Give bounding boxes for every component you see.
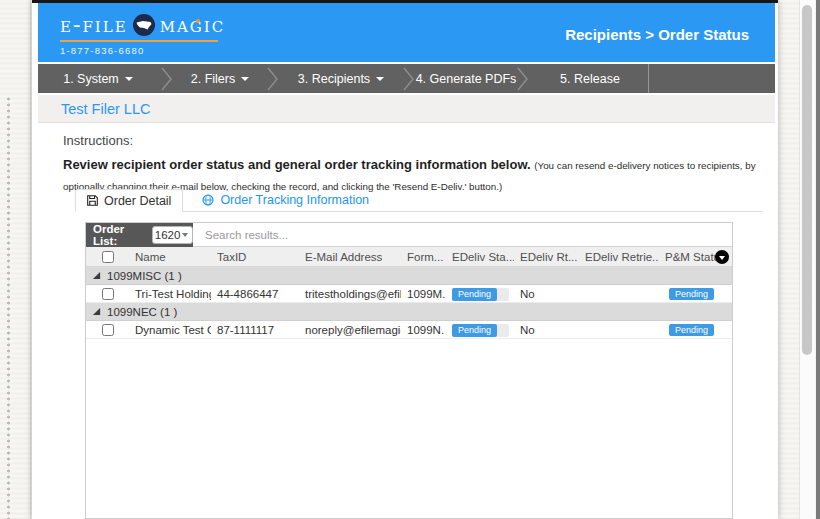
cell-edeliv-rt: No [514,321,579,339]
table-row[interactable]: Dynamic Test Co... 87-1111117 noreply@ef… [86,321,732,339]
nav-separator [514,64,532,93]
order-list-label: Order List: [93,223,146,247]
window-right-edge [816,0,820,519]
brand-orange-dot [196,19,200,23]
order-status-grid: Order List: 1620 Name TaxID E-Mail Addre… [85,222,733,519]
left-edge-divider [30,0,31,519]
cell-taxid: 87-1111117 [211,321,299,339]
cell-form: 1099M. [401,285,446,303]
header-checkbox-cell [86,247,129,267]
status-track: Pending [452,324,509,337]
search-input[interactable] [205,223,485,247]
caret-down-icon [125,77,133,81]
nav-item-label: 1. System [63,72,119,86]
nav-item-label: 2. Filers [191,72,235,86]
instructions-bold: Review recipient order status and genera… [63,157,531,172]
app-header: E-File Magic 1-877-836-6680 Recipients >… [38,3,775,62]
scrollbar-thumb[interactable] [802,5,812,355]
save-icon [87,195,98,206]
nav-separator [158,64,176,93]
tabstrip: Order Detail Order Tracking Information [75,189,763,212]
nav-item-release[interactable]: 5. Release [532,64,648,93]
caret-down-icon [241,77,249,81]
order-list-block: Order List: 1620 [86,223,193,247]
instructions-label: Instructions: [63,133,763,148]
usa-map-icon [132,13,156,37]
column-header-taxid[interactable]: TaxID [211,247,299,267]
chevron-right-icon [160,65,174,93]
tab-order-detail[interactable]: Order Detail [75,189,183,212]
group-label: 1099NEC (1 ) [107,306,177,318]
cell-edeliv-rt: No [514,285,579,303]
status-badge: Pending [669,288,714,300]
notebook-spiral-texture [3,96,17,519]
status-badge: Pending [452,324,497,337]
globe-icon [202,194,214,206]
tab-label: Order Detail [104,194,171,208]
tab-order-tracking[interactable]: Order Tracking Information [191,188,380,211]
column-header-edeliv-retries[interactable]: EDeliv Retrie... [579,247,659,267]
filer-name: Test Filer LLC [61,101,150,117]
column-header-label: EDeliv Sta... [452,251,514,263]
cell-pm-status: Pending [659,285,732,303]
cell-edeliv-status: Pending [446,285,514,303]
group-row-1099misc[interactable]: 1099MISC (1 ) [86,267,732,285]
brand-text-magic: Magic [160,12,226,38]
page: E-File Magic 1-877-836-6680 Recipients >… [32,0,778,519]
brand-underline [60,40,218,42]
column-menu-icon[interactable] [715,250,729,264]
row-checkbox[interactable] [102,288,114,300]
status-track: Pending [452,288,509,301]
cell-email: tritestholdings@efile. [299,285,401,303]
column-header-name[interactable]: Name [129,247,211,267]
cell-name: Dynamic Test Co... [129,321,211,339]
caret-down-icon [376,77,384,81]
table-row[interactable]: Tri-Test Holdings . 44-4866447 tritestho… [86,285,732,303]
nav-item-generate-pdfs[interactable]: 4. Generate PDFs [418,64,514,93]
column-header-label: EDeliv Retrie... [585,251,659,263]
chevron-down-icon [182,233,188,237]
group-expand-icon[interactable] [92,307,101,316]
select-all-checkbox[interactable] [102,251,114,263]
grid-empty-area [86,339,732,518]
phone-number: 1-877-836-6680 [60,45,225,56]
column-header-edeliv-status[interactable]: EDeliv Sta... [446,247,514,267]
cell-edeliv-retries [579,321,659,339]
nav-item-system[interactable]: 1. System [38,64,158,93]
tab-label: Order Tracking Information [220,193,369,207]
nav-item-recipients[interactable]: 3. Recipients [282,64,400,93]
chevron-right-icon [516,65,530,93]
instructions-block: Instructions: Review recipient order sta… [63,133,763,197]
order-list-value: 1620 [153,229,182,241]
cell-pm-status: Pending [659,321,732,339]
nav-item-label: 5. Release [560,72,620,86]
column-header-form[interactable]: Form... [401,247,446,267]
chevron-right-icon [266,65,280,93]
nav-separator [264,64,282,93]
order-list-select[interactable]: 1620 [152,226,193,244]
grid-toolbar: Order List: 1620 [86,223,732,247]
column-header-label: TaxID [217,251,246,263]
column-header-edeliv-rt[interactable]: EDeliv Rt... [514,247,579,267]
cell-name: Tri-Test Holdings . [129,285,211,303]
status-badge: Pending [669,324,714,336]
nav-item-label: 3. Recipients [298,72,370,86]
row-checkbox[interactable] [102,324,114,336]
cell-taxid: 44-4866447 [211,285,299,303]
brand-text-efile: E-File [60,12,128,38]
step-navigation: 1. System 2. Filers 3. Recipients [38,64,775,93]
column-header-label: Form... [407,251,443,263]
group-expand-icon[interactable] [92,271,101,280]
grid-header-row: Name TaxID E-Mail Address Form... EDeliv… [86,247,732,267]
cell-form: 1099N. [401,321,446,339]
brand-logo[interactable]: E-File Magic 1-877-836-6680 [60,12,225,56]
group-row-1099nec[interactable]: 1099NEC (1 ) [86,303,732,321]
nav-end-divider [648,64,649,93]
nav-item-filers[interactable]: 2. Filers [176,64,264,93]
status-badge: Pending [452,288,497,301]
cell-email: noreply@efilemagic.c [299,321,401,339]
column-header-label: E-Mail Address [305,251,382,263]
cell-edeliv-status: Pending [446,321,514,339]
column-header-email[interactable]: E-Mail Address [299,247,401,267]
screen: E-File Magic 1-877-836-6680 Recipients >… [0,0,820,519]
